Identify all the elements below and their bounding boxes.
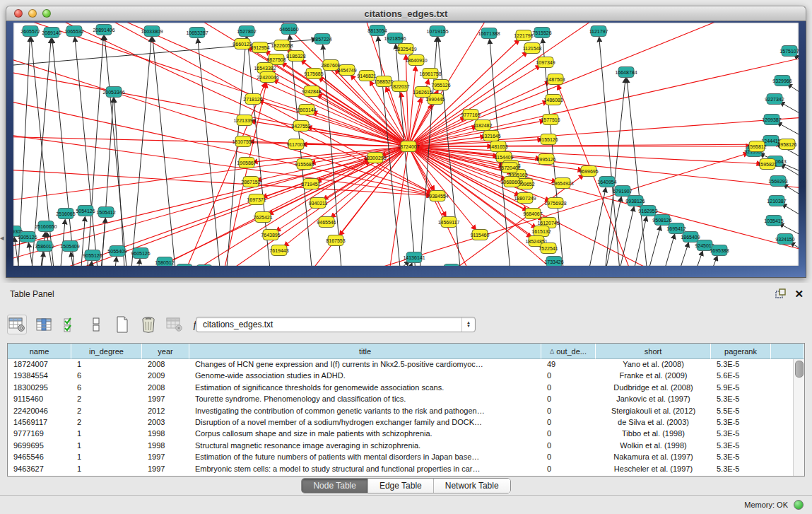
graph-node[interactable]: 8719457: [301, 179, 320, 189]
graph-node[interactable]: 25160650: [35, 221, 57, 232]
graph-node[interactable]: 2718126: [243, 94, 262, 105]
column-header-out_de...[interactable]: △out_de...: [541, 344, 596, 359]
graph-node[interactable]: 9805126: [194, 265, 213, 267]
graph-node[interactable]: 9699695: [579, 166, 598, 177]
graph-node[interactable]: 2089140: [42, 28, 61, 38]
graph-node[interactable]: 9465546: [317, 217, 336, 228]
table-row[interactable]: 911546021997Tourette syndrome. Phenomeno…: [8, 394, 794, 405]
graph-node[interactable]: 22420046: [257, 72, 278, 83]
graph-node[interactable]: 2605572: [20, 26, 40, 37]
window-titlebar[interactable]: citations_edges.txt: [6, 6, 806, 21]
graph-node[interactable]: 9777169: [461, 110, 480, 120]
graph-node[interactable]: 7857224: [312, 34, 331, 45]
graph-node[interactable]: 1065532: [64, 26, 83, 37]
graph-node[interactable]: 1035415: [764, 216, 783, 226]
graph-node[interactable]: 8427552: [291, 121, 310, 132]
graph-node[interactable]: 2867153: [241, 177, 260, 187]
graph-node[interactable]: 16648784: [615, 67, 637, 78]
table-row[interactable]: 1456911722003Disruption of a novel membe…: [8, 417, 794, 428]
graph-node[interactable]: 1121548: [523, 43, 542, 54]
graph-node[interactable]: 1481653: [488, 141, 507, 152]
graph-node[interactable]: 15720407: [498, 163, 520, 173]
tab-edge-table[interactable]: Edge Table: [368, 479, 434, 493]
graph-node[interactable]: 1209387: [762, 115, 781, 125]
graph-node[interactable]: 8605409: [175, 264, 194, 267]
graph-node[interactable]: 7515526: [532, 28, 551, 38]
close-panel-icon[interactable]: ✕: [794, 288, 804, 299]
graph-node[interactable]: 5958126: [777, 139, 796, 150]
graph-node[interactable]: 9463627: [442, 264, 461, 267]
graph-node[interactable]: 8995126: [536, 154, 555, 165]
graph-node[interactable]: 8186328: [286, 51, 305, 62]
graph-node[interactable]: 6791907: [613, 186, 632, 197]
graph-node[interactable]: 1580512: [155, 257, 174, 267]
graph-node[interactable]: 9324150: [775, 234, 794, 245]
graph-node[interactable]: 9242848: [302, 86, 321, 97]
column-header-name[interactable]: name: [8, 344, 71, 359]
memory-status-icon[interactable]: [794, 500, 804, 510]
tab-node-table[interactable]: Node Table: [302, 479, 368, 493]
graph-node[interactable]: 18300295: [364, 153, 386, 163]
graph-node[interactable]: 9340211: [309, 198, 328, 209]
graph-node[interactable]: 9115460: [471, 230, 490, 240]
attribute-select-icon[interactable]: [61, 315, 79, 334]
graph-node[interactable]: 1182482: [473, 120, 493, 131]
graph-node[interactable]: 1695412: [666, 223, 686, 234]
graph-node[interactable]: 18325419: [394, 44, 416, 54]
graph-node[interactable]: 16033809: [141, 26, 163, 37]
graph-node[interactable]: 9117003: [287, 139, 306, 150]
graph-node[interactable]: 9155126: [539, 134, 558, 145]
graph-node[interactable]: 1640954: [597, 177, 616, 187]
graph-node[interactable]: 1210387: [767, 196, 786, 206]
graph-node[interactable]: 5054126: [76, 206, 95, 216]
graph-node[interactable]: 6466160: [279, 24, 298, 35]
column-header-in_degree[interactable]: in_degree: [71, 344, 142, 359]
graph-node[interactable]: 1505409: [60, 241, 79, 252]
graph-node[interactable]: 7625421: [253, 212, 272, 223]
graph-node[interactable]: 18807249: [514, 193, 536, 204]
graph-node[interactable]: 7955126: [431, 80, 450, 90]
graph-node[interactable]: 1697371: [247, 194, 266, 205]
graph-node[interactable]: 9305126: [18, 232, 37, 243]
graph-node[interactable]: 7643895: [261, 230, 280, 240]
table-row[interactable]: 1830029562008Estimation of significance …: [8, 382, 794, 394]
graph-node[interactable]: 19756928: [544, 198, 566, 209]
table-scrollbar-thumb[interactable]: [795, 361, 804, 378]
graph-node[interactable]: 9155684: [295, 159, 314, 170]
graph-node[interactable]: 1695388: [710, 245, 729, 256]
graph-node[interactable]: 1733426: [544, 257, 563, 267]
table-column-icon[interactable]: [35, 315, 53, 334]
graph-node[interactable]: 9605126: [131, 248, 150, 259]
table-row[interactable]: 946554611997Estimation of the future num…: [8, 452, 794, 463]
graph-node[interactable]: 1487503: [546, 74, 565, 85]
graph-node[interactable]: 9162953: [638, 206, 657, 216]
graph-node[interactable]: 8660123: [233, 39, 252, 49]
table-scrollbar[interactable]: [793, 359, 804, 476]
graph-node[interactable]: 20891406: [93, 25, 114, 35]
graph-node[interactable]: 9684067: [523, 209, 542, 219]
graph-node[interactable]: 12213399: [233, 115, 255, 126]
graph-node[interactable]: 7619443: [269, 245, 288, 256]
graph-node[interactable]: 1595812: [747, 141, 766, 152]
graph-node[interactable]: 1362615: [413, 87, 432, 98]
graph-node[interactable]: 1615132: [531, 226, 551, 237]
import-table-icon[interactable]: [165, 315, 184, 334]
graph-node[interactable]: 18724007: [397, 141, 419, 152]
graph-node[interactable]: 8938126: [625, 196, 645, 206]
new-table-icon[interactable]: [113, 315, 131, 334]
network-table-select[interactable]: citations_edges.txt ▲▼: [196, 317, 476, 332]
graph-node[interactable]: 9175685: [304, 69, 323, 79]
graph-node[interactable]: 1221798: [514, 30, 533, 41]
graph-node[interactable]: 10688609: [500, 177, 522, 187]
graph-node[interactable]: 1121797: [589, 26, 608, 37]
graph-node[interactable]: 3586012: [35, 241, 54, 252]
float-panel-icon[interactable]: [775, 288, 786, 299]
graph-node[interactable]: 1486083: [543, 95, 563, 105]
table-row[interactable]: 977716911998Corpus callosum shape and si…: [8, 428, 794, 440]
graph-node[interactable]: 1905867: [237, 158, 256, 168]
graph-node[interactable]: 1505412: [96, 207, 115, 218]
graph-node[interactable]: 18640910: [405, 55, 427, 66]
graph-node[interactable]: 8813054: [367, 25, 387, 36]
graph-node[interactable]: 16671388: [478, 28, 500, 39]
column-header-title[interactable]: title: [189, 344, 541, 359]
